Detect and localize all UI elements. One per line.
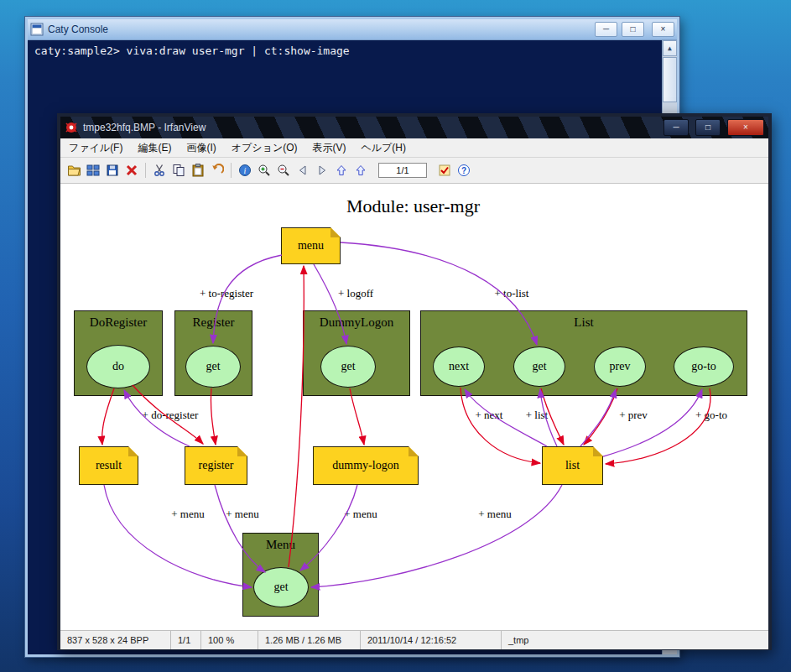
menu-image[interactable]: 画像(I) — [186, 141, 216, 155]
edge-prev-to-list — [584, 388, 617, 445]
edge-next-to-list — [461, 388, 540, 463]
page-note-register: register — [185, 446, 247, 485]
box-label: List — [574, 315, 593, 329]
page-note-result: result — [79, 446, 138, 485]
edge-list-to-goto — [603, 389, 702, 456]
edge-label-menu-4: + menu — [478, 508, 511, 521]
info-icon[interactable]: i — [237, 163, 253, 178]
scroll-up-icon[interactable]: ▲ — [663, 40, 677, 56]
first-image-icon[interactable] — [333, 163, 350, 178]
box-label: Register — [193, 315, 235, 329]
thumbnails-icon[interactable] — [85, 163, 101, 178]
console-close-button[interactable]: × — [652, 22, 674, 37]
zoom-in-icon[interactable] — [256, 163, 273, 178]
console-maximize-button[interactable]: □ — [622, 22, 644, 37]
help-icon[interactable]: ? — [455, 163, 472, 178]
paste-icon[interactable] — [190, 163, 206, 178]
desktop: { "window_controls": { "minimize": "─", … — [0, 0, 791, 672]
edge-label-next: + next — [476, 409, 503, 422]
box-label: DummyLogon — [320, 315, 393, 329]
edge-label-goto: + go-to — [695, 409, 727, 422]
statechart-diagram: Module: user-mgr DoRegister Register Dum… — [62, 184, 764, 627]
action-list-get: get — [513, 346, 565, 387]
edge-label-menu-2: + menu — [226, 508, 258, 521]
action-prev: prev — [594, 346, 646, 387]
statusbar: 837 x 528 x 24 BPP 1/1 100 % 1.26 MB / 1… — [60, 630, 768, 649]
menu-help[interactable]: ヘルプ(H) — [362, 141, 407, 155]
menu-file[interactable]: ファイル(F) — [69, 141, 122, 155]
svg-text:?: ? — [461, 166, 466, 175]
status-page: 1/1 — [171, 631, 201, 649]
action-dummylogon-get: get — [320, 346, 376, 388]
page-note-menu: menu — [281, 227, 341, 264]
edge-label-do-register: + do-register — [143, 409, 199, 422]
lossless-check-icon[interactable] — [436, 163, 453, 178]
diagram-title: Module: user-mgr — [62, 195, 764, 217]
status-zoom: 100 % — [201, 631, 258, 649]
edge-dummyget-to-dummylogon — [350, 388, 364, 445]
irfanview-minimize-button[interactable]: ─ — [664, 119, 689, 136]
delete-icon[interactable] — [123, 163, 140, 178]
last-image-icon[interactable] — [352, 163, 369, 178]
action-register-get: get — [185, 346, 241, 388]
edge-goto-to-list — [606, 388, 710, 464]
image-canvas[interactable]: Module: user-mgr DoRegister Register Dum… — [60, 184, 768, 630]
menubar: ファイル(F) 編集(E) 画像(I) オプション(O) 表示(V) ヘルプ(H… — [60, 138, 768, 158]
edge-list-to-menuget — [311, 485, 562, 587]
toolbar-separator — [145, 163, 146, 178]
edge-do-to-result — [102, 388, 114, 445]
copy-icon[interactable] — [170, 163, 187, 178]
edge-label-logoff: + logoff — [338, 287, 373, 300]
edge-result-to-menuget — [104, 485, 252, 587]
box-label: Menu — [266, 538, 295, 551]
menu-view[interactable]: 表示(V) — [313, 141, 346, 155]
svg-text:i: i — [244, 166, 247, 175]
action-next: next — [433, 346, 485, 387]
menu-options[interactable]: オプション(O) — [232, 141, 298, 155]
cut-icon[interactable] — [151, 163, 168, 178]
console-titlebar[interactable]: Caty Console ─ □ × — [28, 19, 677, 40]
console-app-icon — [30, 23, 44, 36]
toolbar: i 1/1 ? — [60, 158, 768, 184]
irfanview-window: tmpe32hfq.BMP - IrfanView ─ □ × ファイル(F) … — [57, 113, 772, 650]
edge-label-menu-1: + menu — [171, 508, 204, 521]
action-goto: go-to — [674, 346, 734, 387]
page-note-dummy-logon: dummy-logon — [313, 446, 419, 485]
edge-label-menu-3: + menu — [344, 508, 377, 521]
diagram-edges — [62, 184, 764, 627]
console-window-title: Caty Console — [48, 23, 591, 35]
edge-label-prev: + prev — [619, 409, 648, 422]
status-folder: _tmp — [502, 631, 768, 649]
prev-image-icon[interactable] — [294, 163, 311, 178]
irfanview-close-button[interactable]: × — [727, 119, 764, 136]
action-menu-get: get — [253, 567, 309, 607]
page-indicator[interactable]: 1/1 — [378, 163, 427, 178]
irfanview-maximize-button[interactable]: □ — [695, 119, 721, 136]
edge-label-to-list: + to-list — [495, 287, 529, 300]
zoom-out-icon[interactable] — [275, 163, 292, 178]
scrollbar-thumb[interactable] — [663, 57, 677, 102]
toolbar-separator — [231, 163, 232, 178]
console-minimize-button[interactable]: ─ — [595, 22, 617, 37]
save-icon[interactable] — [104, 163, 121, 178]
next-image-icon[interactable] — [314, 163, 330, 178]
edge-label-list: + list — [526, 409, 548, 422]
status-dimensions: 837 x 528 x 24 BPP — [60, 631, 171, 649]
irfanview-window-title: tmpe32hfq.BMP - IrfanView — [83, 122, 657, 133]
undo-icon[interactable] — [209, 163, 226, 178]
menu-edit[interactable]: 編集(E) — [138, 141, 171, 155]
open-folder-icon[interactable] — [65, 163, 82, 178]
irfanview-titlebar[interactable]: tmpe32hfq.BMP - IrfanView ─ □ × — [60, 117, 768, 138]
action-do: do — [86, 345, 150, 388]
edge-list-to-prev — [580, 389, 616, 446]
console-prompt-line: caty:sample2> viva:draw user-mgr | ct:sh… — [28, 40, 677, 61]
edge-label-to-register: + to-register — [200, 287, 253, 300]
irfanview-app-icon — [65, 121, 78, 134]
page-note-list: list — [542, 446, 603, 485]
status-filesize: 1.26 MB / 1.26 MB — [258, 631, 361, 649]
edge-registerget-to-register — [211, 388, 216, 445]
box-label: DoRegister — [90, 315, 147, 329]
status-datetime: 2011/10/14 / 12:16:52 — [361, 631, 502, 649]
edge-menuget-to-menu — [289, 266, 304, 567]
